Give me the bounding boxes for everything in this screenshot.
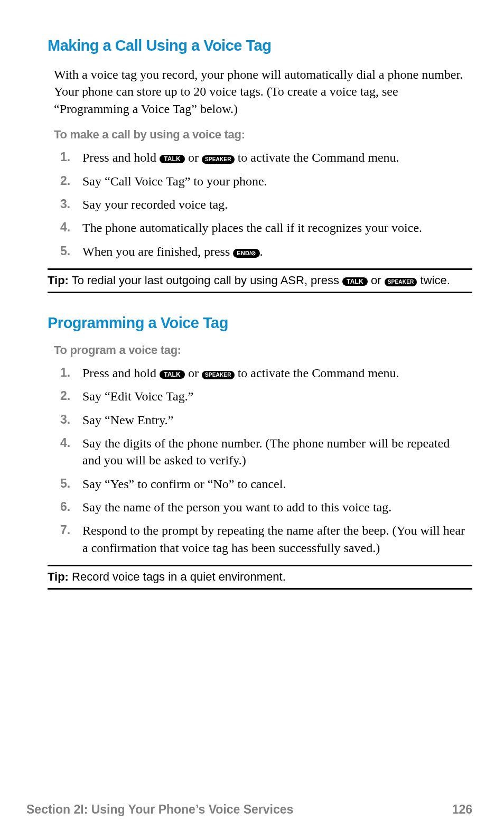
footer-section-title: Section 2I: Using Your Phone’s Voice Ser… bbox=[26, 802, 293, 817]
tip-text: or bbox=[368, 274, 385, 287]
step-text: Press and hold bbox=[82, 151, 160, 164]
step-6: Say the name of the person you want to a… bbox=[54, 499, 466, 516]
talk-button-icon: TALK bbox=[342, 277, 368, 286]
tip-text: Record voice tags in a quiet environment… bbox=[69, 570, 286, 583]
step-5: When you are finished, press END/⊘. bbox=[54, 243, 466, 260]
end-button-icon: END/⊘ bbox=[233, 249, 259, 258]
step-2: Say “Edit Voice Tag.” bbox=[54, 388, 466, 405]
steps-make-call: Press and hold TALK or SPEAKER to activa… bbox=[54, 149, 466, 260]
manual-page: Making a Call Using a Voice Tag With a v… bbox=[0, 0, 504, 840]
step-text: to activate the Command menu. bbox=[235, 366, 399, 380]
step-text: Press and hold bbox=[82, 366, 160, 380]
page-footer: Section 2I: Using Your Phone’s Voice Ser… bbox=[26, 802, 472, 817]
tip-box-redial: Tip: To redial your last outgoing call b… bbox=[48, 268, 472, 293]
step-text: to activate the Command menu. bbox=[235, 151, 399, 164]
steps-program: Press and hold TALK or SPEAKER to activa… bbox=[54, 365, 466, 557]
step-4: Say the digits of the phone number. (The… bbox=[54, 435, 466, 469]
speaker-button-icon: SPEAKER bbox=[385, 278, 417, 286]
tip-label: Tip: bbox=[48, 570, 69, 583]
subhead-make-call: To make a call by using a voice tag: bbox=[54, 128, 472, 142]
step-2: Say “Call Voice Tag” to your phone. bbox=[54, 173, 466, 190]
speaker-button-icon: SPEAKER bbox=[202, 155, 235, 164]
step-4: The phone automatically places the call … bbox=[54, 219, 466, 236]
intro-paragraph: With a voice tag you record, your phone … bbox=[54, 66, 466, 117]
step-text: . bbox=[260, 245, 263, 258]
step-text: or bbox=[185, 366, 202, 380]
step-3: Say “New Entry.” bbox=[54, 412, 466, 428]
step-5: Say “Yes” to confirm or “No” to cancel. bbox=[54, 475, 466, 492]
heading-programming: Programming a Voice Tag bbox=[48, 314, 472, 332]
step-1: Press and hold TALK or SPEAKER to activa… bbox=[54, 365, 466, 381]
subhead-program: To program a voice tag: bbox=[54, 343, 472, 357]
step-1: Press and hold TALK or SPEAKER to activa… bbox=[54, 149, 466, 166]
talk-button-icon: TALK bbox=[160, 370, 185, 379]
step-text: When you are finished, press bbox=[82, 245, 233, 258]
step-text: or bbox=[185, 151, 202, 164]
tip-text: To redial your last outgoing call by usi… bbox=[69, 274, 342, 287]
tip-text: twice. bbox=[417, 274, 450, 287]
talk-button-icon: TALK bbox=[160, 155, 185, 163]
heading-making-call: Making a Call Using a Voice Tag bbox=[48, 37, 472, 54]
tip-label: Tip: bbox=[48, 274, 69, 287]
step-3: Say your recorded voice tag. bbox=[54, 196, 466, 213]
step-7: Respond to the prompt by repeating the n… bbox=[54, 522, 466, 556]
speaker-button-icon: SPEAKER bbox=[202, 371, 235, 379]
footer-page-number: 126 bbox=[452, 802, 472, 817]
tip-box-quiet: Tip: Record voice tags in a quiet enviro… bbox=[48, 565, 472, 590]
